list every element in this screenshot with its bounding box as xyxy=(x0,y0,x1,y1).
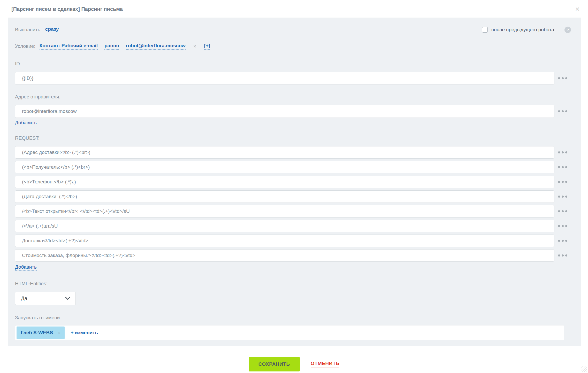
save-button[interactable]: СОХРАНИТЬ xyxy=(249,357,300,371)
html-entities-select[interactable]: Да xyxy=(15,292,76,305)
chevron-down-icon xyxy=(65,297,70,300)
run-as-label: Запускать от имени: xyxy=(15,315,571,321)
execute-value-link[interactable]: сразу xyxy=(45,26,59,33)
robot-settings-dialog: [Парсинг писем в сделках] Парсинг письма… xyxy=(0,0,588,373)
request-add-link[interactable]: Добавить xyxy=(15,264,37,271)
more-options-button[interactable] xyxy=(554,110,571,112)
sender-add-row: Добавить xyxy=(15,120,571,126)
condition-field-link[interactable]: Контакт: Рабочий e-mail xyxy=(40,43,98,50)
after-previous-label: после предыдущего робота xyxy=(491,27,554,33)
request-row xyxy=(15,220,571,232)
more-options-button[interactable] xyxy=(554,77,571,79)
sender-label: Адрес отправителя: xyxy=(15,94,571,100)
condition-row: Условие: Контакт: Рабочий e-mail равно r… xyxy=(15,43,571,50)
request-input[interactable] xyxy=(15,176,554,188)
after-previous-robot-setting: после предыдущего робота ? xyxy=(482,27,571,33)
more-options-button[interactable] xyxy=(554,240,571,242)
condition-label: Условие: xyxy=(15,43,35,49)
dialog-footer: СОХРАНИТЬ ОТМЕНИТЬ xyxy=(0,357,588,371)
user-tag: Глеб S-WEBS × xyxy=(17,327,65,339)
run-as-change-link[interactable]: + изменить xyxy=(71,330,98,336)
more-options-button[interactable] xyxy=(554,151,571,153)
request-input[interactable] xyxy=(15,235,554,247)
user-tag-remove-icon[interactable]: × xyxy=(58,330,60,336)
request-row xyxy=(15,205,571,217)
condition-operator-link[interactable]: равно xyxy=(104,43,119,50)
help-icon[interactable]: ? xyxy=(564,27,571,33)
request-row xyxy=(15,249,571,262)
dialog-title: [Парсинг писем в сделках] Парсинг письма xyxy=(11,6,123,12)
more-options-button[interactable] xyxy=(554,254,571,257)
cancel-button[interactable]: ОТМЕНИТЬ xyxy=(311,361,340,368)
request-row xyxy=(15,190,571,203)
more-options-button[interactable] xyxy=(554,196,571,198)
id-field-row xyxy=(15,72,571,85)
sender-field-row xyxy=(15,105,571,118)
close-icon[interactable]: × xyxy=(573,5,582,13)
id-input[interactable] xyxy=(15,72,554,85)
more-options-button[interactable] xyxy=(554,225,571,227)
request-row xyxy=(15,176,571,188)
request-add-row: Добавить xyxy=(15,264,571,270)
settings-panel: Выполнить: сразу после предыдущего робот… xyxy=(8,18,581,346)
sender-add-link[interactable]: Добавить xyxy=(15,120,37,126)
request-row xyxy=(15,235,571,247)
run-as-container[interactable]: Глеб S-WEBS × + изменить xyxy=(15,325,564,340)
execute-row: Выполнить: сразу после предыдущего робот… xyxy=(15,26,571,33)
id-label: ID: xyxy=(15,61,571,67)
request-input[interactable] xyxy=(15,205,554,217)
execute-label: Выполнить: xyxy=(15,27,42,33)
html-entities-label: HTML-Entities: xyxy=(15,281,571,286)
request-input[interactable] xyxy=(15,220,554,232)
request-input[interactable] xyxy=(15,161,554,173)
sender-input[interactable] xyxy=(15,105,554,118)
more-options-button[interactable] xyxy=(554,166,571,168)
request-row xyxy=(15,161,571,173)
more-options-button[interactable] xyxy=(554,181,571,183)
html-entities-value: Да xyxy=(21,296,27,301)
request-label: REQUEST: xyxy=(15,135,571,141)
user-tag-name: Глеб S-WEBS xyxy=(21,330,53,336)
resize-grip[interactable] xyxy=(581,366,587,372)
dialog-titlebar: [Парсинг писем в сделках] Парсинг письма… xyxy=(0,0,588,18)
more-options-button[interactable] xyxy=(554,210,571,212)
request-input[interactable] xyxy=(15,249,554,262)
request-input[interactable] xyxy=(15,190,554,203)
request-input[interactable] xyxy=(15,146,554,159)
execute-setting: Выполнить: сразу xyxy=(15,26,59,33)
condition-remove-icon[interactable]: × xyxy=(193,43,196,49)
request-row xyxy=(15,146,571,159)
condition-value-link[interactable]: robot@interflora.moscow xyxy=(126,43,186,50)
after-previous-checkbox[interactable] xyxy=(482,27,488,33)
condition-add-link[interactable]: [+] xyxy=(204,43,210,50)
